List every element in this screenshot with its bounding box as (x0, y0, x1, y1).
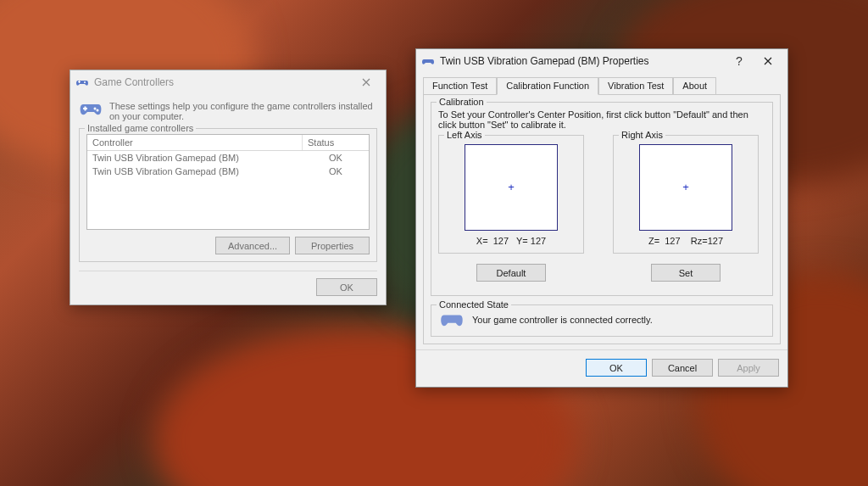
tabstrip: Function Test Calibration Function Vibra… (416, 73, 787, 94)
left-axis-label: Left Axis (444, 130, 485, 140)
tab-function-test[interactable]: Function Test (423, 77, 497, 95)
ok-button[interactable]: OK (586, 359, 647, 377)
svg-point-4 (97, 109, 99, 112)
group-label: Calibration (437, 97, 487, 107)
right-axis-label: Right Axis (619, 130, 665, 140)
close-button[interactable] (754, 52, 782, 70)
column-controller[interactable]: Controller (87, 135, 303, 150)
svg-point-0 (84, 81, 86, 83)
column-status[interactable]: Status (303, 135, 369, 150)
controller-name: Twin USB Vibration Gamepad (BM) (87, 165, 303, 178)
right-axis-block: Right Axis + Z= 127 Rz=127 Set (613, 135, 759, 282)
game-controllers-window: Game Controllers These settings help you… (70, 70, 387, 305)
right-axis-readout: Z= 127 Rz=127 (622, 236, 749, 246)
calibration-instructions: To Set your Controller's Center Position… (438, 109, 765, 130)
gamepad-icon (75, 75, 89, 89)
connected-state-group: Connected State Your game controller is … (431, 304, 773, 337)
connected-state-text: Your game controller is connected correc… (472, 315, 653, 325)
svg-point-3 (94, 108, 97, 110)
titlebar[interactable]: Twin USB Vibration Gamepad (BM) Properti… (416, 49, 787, 73)
ok-button[interactable]: OK (316, 278, 377, 296)
titlebar[interactable]: Game Controllers (70, 70, 386, 94)
tab-content: Calibration To Set your Controller's Cen… (423, 94, 781, 344)
tab-calibration-function[interactable]: Calibration Function (497, 77, 598, 95)
cancel-button[interactable]: Cancel (652, 359, 713, 377)
default-button[interactable]: Default (476, 264, 546, 282)
properties-button[interactable]: Properties (295, 237, 370, 254)
advanced-button[interactable]: Advanced... (215, 237, 290, 254)
controller-name: Twin USB Vibration Gamepad (BM) (87, 151, 303, 165)
gamepad-large-icon (79, 101, 103, 118)
calibration-group: Calibration To Set your Controller's Cen… (431, 102, 773, 296)
crosshair-icon: + (507, 183, 515, 192)
controller-status: OK (303, 165, 369, 178)
left-axis-block: Left Axis + X= 127 Y= 127 Default (438, 135, 584, 282)
help-text: These settings help you configure the ga… (109, 101, 377, 121)
help-button[interactable]: ? (725, 52, 754, 70)
svg-rect-6 (85, 107, 86, 111)
svg-rect-2 (79, 81, 80, 83)
window-title: Game Controllers (94, 76, 352, 88)
group-label: Installed game controllers (85, 123, 196, 133)
close-button[interactable] (352, 73, 381, 92)
apply-button[interactable]: Apply (718, 359, 779, 377)
controllers-list[interactable]: Controller Status Twin USB Vibration Gam… (86, 134, 370, 230)
left-axis-readout: X= 127 Y= 127 (448, 236, 575, 246)
gamepad-properties-window: Twin USB Vibration Gamepad (BM) Properti… (415, 48, 788, 388)
crosshair-icon: + (682, 183, 690, 192)
left-axis-box: + (465, 144, 558, 231)
table-row[interactable]: Twin USB Vibration Gamepad (BM) OK (87, 151, 369, 165)
dialog-footer: OK Cancel Apply (416, 349, 787, 387)
gamepad-icon (421, 54, 435, 68)
set-button[interactable]: Set (651, 264, 721, 282)
tab-about[interactable]: About (673, 77, 716, 95)
installed-controllers-group: Installed game controllers Controller St… (79, 128, 377, 262)
tab-vibration-test[interactable]: Vibration Test (598, 77, 673, 95)
right-axis-box: + (639, 144, 732, 231)
controller-status: OK (303, 151, 369, 165)
gamepad-icon (440, 312, 464, 327)
window-title: Twin USB Vibration Gamepad (BM) Properti… (440, 55, 725, 67)
group-label: Connected State (437, 299, 511, 310)
table-row[interactable]: Twin USB Vibration Gamepad (BM) OK (87, 165, 369, 178)
